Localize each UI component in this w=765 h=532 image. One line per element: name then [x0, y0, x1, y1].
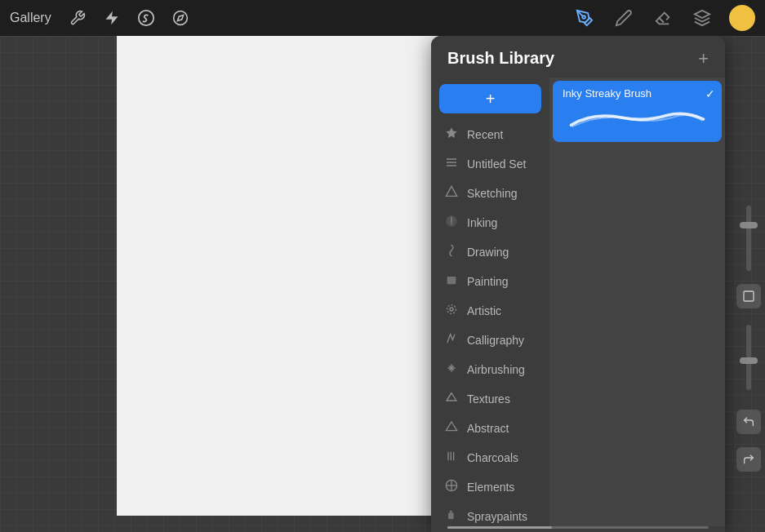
category-label-artistic: Artistic — [467, 304, 501, 317]
toolbar: Gallery — [0, 0, 765, 36]
category-item-inking[interactable]: Inking — [434, 208, 546, 237]
brush-size-thumb — [740, 222, 758, 228]
category-icon-untitled-set — [444, 156, 459, 171]
gallery-title[interactable]: Gallery — [10, 11, 51, 25]
avatar[interactable] — [729, 5, 755, 31]
add-brush-icon: + — [486, 90, 496, 109]
category-item-painting[interactable]: Painting — [434, 267, 546, 295]
undo-button[interactable] — [736, 410, 761, 434]
category-list: + Recent Untitled Set Sketching Inking D… — [431, 78, 549, 526]
category-icon-airbrushing — [444, 361, 459, 377]
brush-library-close-button[interactable]: + — [698, 50, 709, 68]
category-label-recent: Recent — [467, 128, 503, 141]
svg-rect-22 — [450, 511, 452, 513]
eraser-tool-icon[interactable] — [651, 6, 675, 30]
category-icon-spraypaints — [444, 508, 459, 524]
category-label-textures: Textures — [467, 392, 510, 406]
category-icon-inking — [444, 215, 459, 230]
svg-marker-7 — [446, 127, 456, 138]
opacity-slider[interactable] — [746, 325, 751, 390]
category-icon-recent — [444, 126, 459, 142]
svg-point-4 — [582, 16, 585, 19]
svg-line-13 — [447, 393, 451, 401]
category-label-inking: Inking — [467, 216, 497, 229]
brush-library-panel: Brush Library + + Recent Untitled Set Sk… — [431, 36, 725, 532]
category-item-spraypaints[interactable]: Spraypaints — [434, 502, 546, 526]
toolbar-right — [572, 5, 755, 31]
category-icon-calligraphy — [444, 332, 459, 348]
layers-tool-icon[interactable] — [690, 6, 714, 30]
svg-point-10 — [450, 308, 453, 311]
category-label-abstract: Abstract — [467, 422, 509, 435]
right-controls — [732, 72, 765, 532]
lightning-icon[interactable] — [100, 7, 123, 29]
category-item-artistic[interactable]: Artistic — [434, 296, 546, 325]
category-icon-painting — [444, 273, 459, 289]
brush-library-header: Brush Library + — [431, 36, 725, 78]
category-icon-drawing — [444, 244, 459, 259]
brush-size-slider[interactable] — [746, 206, 751, 271]
redo-button[interactable] — [736, 447, 761, 472]
brush-item-preview — [563, 103, 712, 135]
category-label-drawing: Drawing — [467, 246, 509, 259]
category-label-calligraphy: Calligraphy — [467, 334, 524, 347]
category-item-untitled-set[interactable]: Untitled Set — [434, 149, 546, 178]
svg-marker-3 — [177, 15, 183, 20]
category-item-recent[interactable]: Recent — [434, 120, 546, 149]
compass-icon[interactable] — [169, 7, 192, 29]
category-item-drawing[interactable]: Drawing — [434, 237, 546, 266]
wrench-icon[interactable] — [66, 7, 89, 29]
category-label-spraypaints: Spraypaints — [467, 510, 527, 523]
svg-marker-5 — [695, 11, 709, 18]
category-icon-textures — [444, 391, 459, 406]
svg-rect-6 — [744, 291, 754, 301]
category-item-airbrushing[interactable]: Airbrushing — [434, 355, 546, 383]
toolbar-left: Gallery — [10, 7, 192, 29]
category-label-untitled-set: Untitled Set — [467, 157, 526, 171]
category-item-calligraphy[interactable]: Calligraphy — [434, 326, 546, 354]
svg-point-11 — [447, 305, 456, 314]
s-circle-icon[interactable] — [135, 7, 158, 29]
brush-library-title: Brush Library — [447, 49, 554, 68]
category-item-elements[interactable]: Elements — [434, 472, 546, 501]
brush-library-body: + Recent Untitled Set Sketching Inking D… — [431, 78, 725, 526]
svg-rect-21 — [448, 512, 454, 519]
svg-marker-8 — [446, 186, 456, 196]
brush-item-name: Inky Streaky Brush — [563, 87, 712, 100]
pen-tool-icon[interactable] — [572, 6, 597, 30]
brush-item-inky-streaky[interactable]: Inky Streaky Brush ✓ — [553, 81, 722, 142]
add-brush-button[interactable]: + — [439, 84, 541, 113]
svg-rect-9 — [447, 277, 456, 284]
svg-marker-0 — [105, 11, 118, 25]
category-icon-abstract — [444, 420, 459, 436]
category-item-sketching[interactable]: Sketching — [434, 179, 546, 207]
category-icon-artistic — [444, 303, 459, 318]
category-item-charcoals[interactable]: Charcoals — [434, 443, 546, 472]
category-item-textures[interactable]: Textures — [434, 384, 546, 413]
category-item-abstract[interactable]: Abstract — [434, 414, 546, 442]
category-icon-sketching — [444, 185, 459, 201]
scroll-thumb — [447, 526, 552, 529]
svg-marker-12 — [447, 393, 456, 401]
modifier-button-1[interactable] — [736, 284, 761, 308]
category-icon-charcoals — [444, 450, 459, 465]
scroll-indicator — [447, 526, 709, 529]
svg-point-1 — [139, 11, 153, 25]
category-icon-elements — [444, 479, 459, 494]
category-label-elements: Elements — [467, 481, 514, 494]
category-label-sketching: Sketching — [467, 187, 517, 200]
svg-marker-14 — [446, 422, 456, 431]
pencil-tool-icon[interactable] — [612, 6, 636, 30]
svg-point-2 — [173, 11, 187, 25]
category-label-airbrushing: Airbrushing — [467, 363, 525, 376]
opacity-thumb — [740, 357, 758, 364]
brush-selected-check: ✓ — [705, 87, 715, 100]
brush-list: Inky Streaky Brush ✓ — [549, 78, 725, 526]
category-label-painting: Painting — [467, 275, 509, 288]
category-label-charcoals: Charcoals — [467, 451, 518, 464]
